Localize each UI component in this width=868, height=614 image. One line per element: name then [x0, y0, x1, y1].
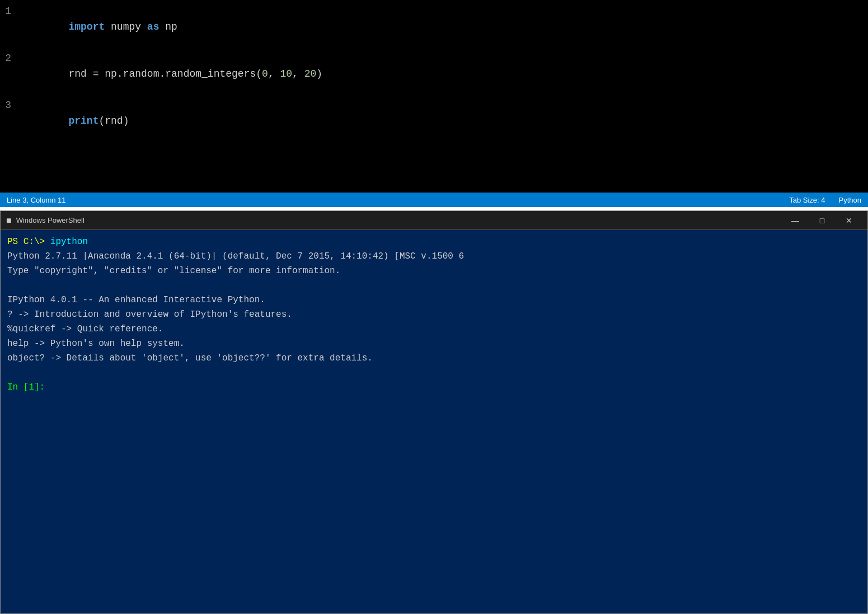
status-bar: Line 3, Column 11 Tab Size: 4 Python	[0, 193, 868, 207]
code-line-3: 3 print(rnd)	[0, 97, 868, 144]
cursor-position: Line 3, Column 11	[7, 196, 66, 204]
status-right: Tab Size: 4 Python	[789, 196, 861, 204]
maximize-button[interactable]: □	[809, 211, 835, 230]
code-text-1: import numpy as np	[20, 3, 177, 50]
ps-line-license: Type "copyright", "credits" or "license"…	[7, 264, 861, 278]
ps-line-help-2: %quickref -> Quick reference.	[7, 322, 861, 336]
titlebar-buttons: — □ ✕	[782, 211, 862, 230]
ps-line-blank-1	[7, 278, 861, 293]
ps-line-in-prompt[interactable]: In [1]:	[7, 380, 861, 395]
ps-line-blank-2	[7, 365, 861, 380]
ps-prompt-text: PS C:\>	[7, 237, 50, 247]
powershell-window[interactable]: ■ Windows PowerShell — □ ✕ PS C:\> ipyth…	[0, 210, 868, 614]
tab-size: Tab Size: 4	[789, 196, 825, 204]
ps-line-help-3: help -> Python's own help system.	[7, 336, 861, 351]
line-number-1: 1	[0, 3, 20, 19]
ps-line-version: Python 2.7.11 |Anaconda 2.4.1 (64-bit)| …	[7, 249, 861, 264]
ps-line-help-4: object? -> Details about 'object', use '…	[7, 351, 861, 365]
status-left: Line 3, Column 11	[7, 196, 66, 204]
code-line-1: 1 import numpy as np	[0, 3, 868, 50]
ps-command-ipython: ipython	[50, 237, 88, 247]
code-text-3: print(rnd)	[20, 97, 129, 144]
powershell-icon: ■	[6, 215, 12, 226]
code-editor[interactable]: 1 import numpy as np 2 rnd = np.random.r…	[0, 0, 868, 207]
close-button[interactable]: ✕	[836, 211, 862, 230]
ps-line-ipython-version: IPython 4.0.1 -- An enhanced Interactive…	[7, 293, 861, 307]
minimize-button[interactable]: —	[782, 211, 808, 230]
ps-in-prompt: In [1]:	[7, 382, 45, 392]
powershell-titlebar: ■ Windows PowerShell — □ ✕	[1, 211, 867, 230]
line-number-2: 2	[0, 50, 20, 66]
ps-line-prompt: PS C:\> ipython	[7, 235, 861, 249]
language-indicator: Python	[839, 196, 861, 204]
line-number-3: 3	[0, 97, 20, 113]
code-content[interactable]: 1 import numpy as np 2 rnd = np.random.r…	[0, 0, 868, 148]
code-text-2: rnd = np.random.random_integers(0, 10, 2…	[20, 50, 322, 97]
powershell-content[interactable]: PS C:\> ipython Python 2.7.11 |Anaconda …	[1, 230, 867, 613]
code-line-2: 2 rnd = np.random.random_integers(0, 10,…	[0, 50, 868, 97]
powershell-title: Windows PowerShell	[16, 216, 782, 224]
ps-line-help-1: ? -> Introduction and overview of IPytho…	[7, 307, 861, 322]
